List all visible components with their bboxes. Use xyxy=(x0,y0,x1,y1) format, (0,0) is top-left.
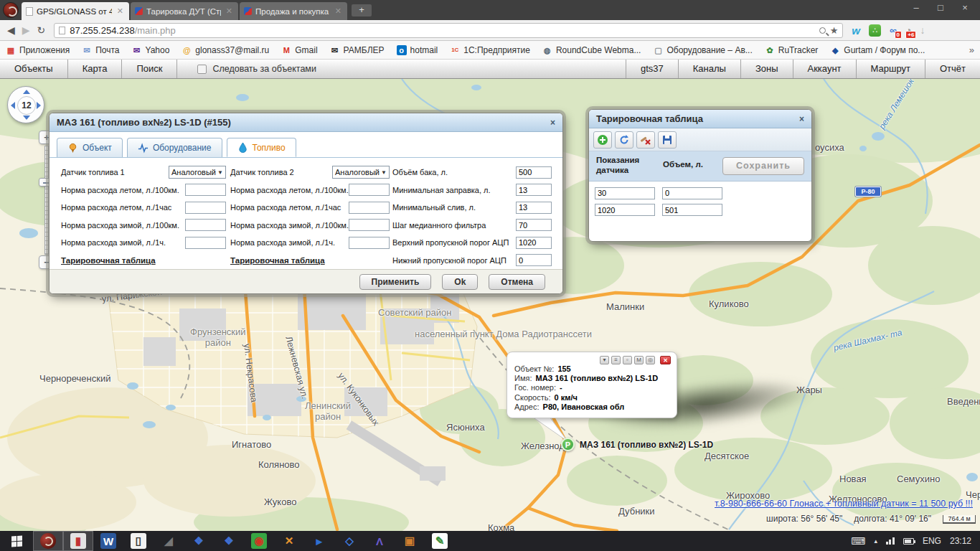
pan-down-icon[interactable] xyxy=(23,116,30,120)
tab-Оборудование[interactable]: Оборудование xyxy=(127,138,222,157)
field-input[interactable] xyxy=(349,237,390,249)
close-icon[interactable]: × xyxy=(550,118,555,128)
browser-tab[interactable]: Продажа и покупка обору ✕ xyxy=(240,2,347,20)
field-input[interactable] xyxy=(516,237,552,249)
bookmark-item[interactable]: o hotmail xyxy=(397,45,438,55)
hidden-icons-chevron[interactable]: ▴ xyxy=(874,537,877,545)
minimize-icon[interactable]: – xyxy=(904,0,928,17)
extension-badge0-icon[interactable]: ∞0 xyxy=(890,24,897,36)
taskbar-notepad-icon[interactable]: ✎ xyxy=(425,531,455,551)
taskbar-wings-icon[interactable]: Λ xyxy=(364,531,395,551)
taskbar-photos-icon[interactable]: ▣ xyxy=(395,531,425,551)
browser-tab[interactable]: GPS/GLONASS от 4500 RUB ✕ xyxy=(22,2,129,20)
sensor-reading-input[interactable] xyxy=(595,204,655,216)
bookmarks-overflow-chevron[interactable]: » xyxy=(969,44,974,55)
bookmark-item[interactable]: M Gmail xyxy=(281,45,317,55)
map-pan-control[interactable]: 12 xyxy=(7,86,44,123)
dialog-titlebar[interactable]: МАЗ 161 (топливо вх№2) LS-1D (#155) × xyxy=(50,113,562,132)
taskbar-arrow-icon[interactable]: ◢ xyxy=(154,531,184,551)
field-input[interactable] xyxy=(349,219,390,231)
close-icon[interactable]: × xyxy=(799,114,804,124)
menubar-button-Поиск[interactable]: Поиск xyxy=(122,60,177,78)
tab-close-icon[interactable]: ✕ xyxy=(225,6,234,16)
popup-mini-button[interactable]: ≡ xyxy=(611,356,621,364)
language-indicator[interactable]: ENG xyxy=(923,536,941,546)
bookmark-item[interactable]: ✉ Почта xyxy=(82,45,119,55)
field-input[interactable] xyxy=(516,166,552,179)
bookmark-item[interactable]: ▢ Оборудование – Ав... xyxy=(653,45,752,55)
extension-green-icon[interactable]: ∴ xyxy=(869,24,881,37)
sensor-type-select[interactable]: Аналоговый▼ xyxy=(169,166,226,179)
tab-close-icon[interactable]: ✕ xyxy=(116,6,125,16)
save-button[interactable]: Сохранить xyxy=(722,157,804,175)
add-icon[interactable] xyxy=(593,131,612,149)
bookmark-item[interactable]: ✿ RuTracker xyxy=(765,45,819,55)
taskbar-browser-icon[interactable] xyxy=(33,531,63,551)
unit-marker[interactable]: Р xyxy=(561,438,575,451)
popup-mini-button[interactable]: М xyxy=(634,356,644,364)
forward-icon[interactable]: ▶ xyxy=(22,24,30,36)
field-input[interactable] xyxy=(516,202,552,214)
follow-objects-control[interactable]: Следовать за объектами xyxy=(197,60,316,78)
maximize-icon[interactable]: □ xyxy=(928,0,953,17)
taskbar-crystal-icon[interactable]: ❖ xyxy=(184,531,214,551)
new-tab-button[interactable]: + xyxy=(352,4,372,17)
pan-up-icon[interactable] xyxy=(23,90,30,94)
download-arrow-icon[interactable]: ↓ xyxy=(920,24,925,36)
close-window-icon[interactable]: × xyxy=(953,0,977,17)
tab-close-icon[interactable]: ✕ xyxy=(334,6,343,16)
bookmark-item[interactable]: 1С 1С:Предприятие xyxy=(450,45,530,55)
delete-icon[interactable] xyxy=(636,131,655,149)
taskbar-target-icon[interactable]: ◉ xyxy=(244,531,274,551)
url-text[interactable]: 87.255.254.238/main.php xyxy=(70,25,175,36)
taskbar-phone-icon[interactable]: ▯ xyxy=(123,531,154,551)
menubar-button-gts37[interactable]: gts37 xyxy=(626,60,678,78)
tab-Объект[interactable]: Объект xyxy=(57,138,123,157)
browser-logo-icon[interactable] xyxy=(3,2,19,18)
bookmark-item[interactable]: ◍ RoundCube Webma... xyxy=(542,45,641,55)
bookmark-item[interactable]: @ glonass37@mail.ru xyxy=(182,45,269,55)
menubar-button-Каналы[interactable]: Каналы xyxy=(678,60,740,78)
refresh-icon[interactable] xyxy=(615,131,633,149)
battery-icon[interactable] xyxy=(903,538,914,545)
popup-mini-button[interactable]: ◎ xyxy=(646,356,655,364)
popup-mini-button[interactable]: ▫ xyxy=(623,356,632,364)
taskbar-tools-icon[interactable]: ✕ xyxy=(274,531,304,551)
taskbar-usb-icon[interactable]: ▮ xyxy=(63,531,93,551)
popup-mini-button[interactable]: ▾ xyxy=(600,356,609,364)
taskbar-box-icon[interactable]: ◇ xyxy=(334,531,364,551)
field-input[interactable] xyxy=(516,184,552,196)
extension-wave-icon[interactable]: w xyxy=(852,24,860,37)
network-signal-icon[interactable] xyxy=(886,537,895,545)
dialog-titlebar[interactable]: Тарировочная таблица × xyxy=(589,110,811,128)
address-bar[interactable]: 87.255.254.238/main.php ★ xyxy=(54,23,843,38)
bookmark-star-icon[interactable]: ★ xyxy=(830,25,839,36)
menubar-button-Аккаунт[interactable]: Аккаунт xyxy=(793,60,856,78)
menubar-button-Зоны[interactable]: Зоны xyxy=(740,60,793,78)
cancel-button[interactable]: Отмена xyxy=(489,274,545,290)
bookmark-item[interactable]: ✉ РАМБЛЕР xyxy=(330,45,385,55)
menubar-button-Карта[interactable]: Карта xyxy=(68,60,123,78)
field-input[interactable] xyxy=(516,254,552,266)
browser-tab[interactable]: Тарировка ДУТ (Страница ✕ xyxy=(131,2,238,20)
field-input[interactable] xyxy=(185,184,226,196)
bookmark-item[interactable]: ✉ Yahoo xyxy=(132,45,170,55)
ok-button[interactable]: Ok xyxy=(442,274,478,290)
extension-badge6-icon[interactable]: ◔+6 xyxy=(905,24,911,36)
field-input[interactable] xyxy=(349,184,390,196)
back-icon[interactable]: ◀ xyxy=(7,24,15,36)
pan-right-icon[interactable] xyxy=(37,102,41,109)
save-icon[interactable] xyxy=(658,131,677,149)
start-button[interactable] xyxy=(0,531,33,551)
apply-button[interactable]: Применить xyxy=(359,274,432,290)
field-input[interactable] xyxy=(516,219,552,231)
tab-Топливо[interactable]: Топливо xyxy=(227,138,296,157)
sensor-reading-input[interactable] xyxy=(595,187,655,199)
follow-objects-checkbox[interactable] xyxy=(197,65,207,74)
reload-icon[interactable]: ↻ xyxy=(37,24,46,36)
menubar-button-Маршрут[interactable]: Маршрут xyxy=(856,60,925,78)
clock[interactable]: 23:12 xyxy=(950,536,971,546)
bookmark-item[interactable]: ◆ Gurtam / Форум по... xyxy=(830,45,925,55)
field-input[interactable] xyxy=(185,237,226,249)
field-input[interactable] xyxy=(185,202,226,214)
